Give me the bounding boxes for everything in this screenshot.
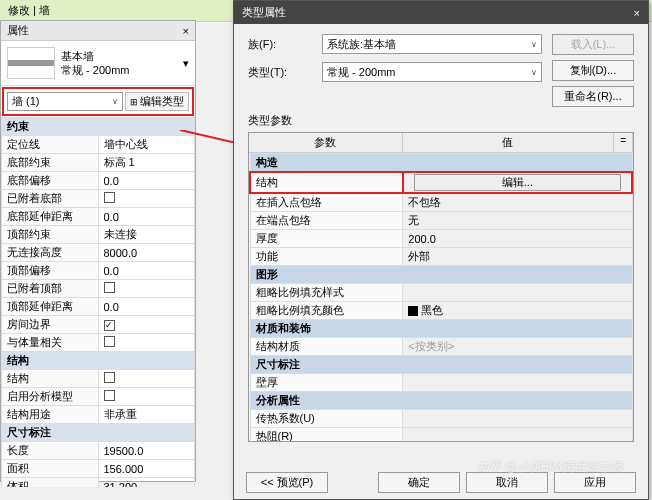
table-row: 粗略比例填充样式 <box>250 284 632 302</box>
table-row: 结构用途非承重 <box>2 406 195 424</box>
grid-scroll[interactable]: 构造 结构编辑... 在插入点包络不包络 在端点包络无 厚度200.0 功能外部… <box>249 153 633 441</box>
table-row: 在插入点包络不包络 <box>250 193 632 212</box>
table-row: 已附着底部 <box>2 190 195 208</box>
table-row: 结构 <box>2 370 195 388</box>
group-constraints[interactable]: 约束 <box>2 118 195 136</box>
family-value: 系统族:基本墙 <box>327 37 396 52</box>
cancel-button[interactable]: 取消 <box>466 472 548 493</box>
chevron-down-icon[interactable]: ▾ <box>183 57 189 70</box>
apply-button[interactable]: 应用 <box>554 472 636 493</box>
load-button: 载入(L)... <box>552 34 634 55</box>
table-row: 启用分析模型 <box>2 388 195 406</box>
close-icon[interactable]: × <box>634 7 640 19</box>
table-row: 热阻(R) <box>250 428 632 442</box>
edit-type-button[interactable]: ⊞ 编辑类型 <box>125 92 189 111</box>
instance-selector[interactable]: 墙 (1) ∨ <box>7 92 123 111</box>
type-selector[interactable]: 基本墙 常规 - 200mm ▾ <box>1 41 195 86</box>
table-row: 传热系数(U) <box>250 410 632 428</box>
table-row: 房间边界✓ <box>2 316 195 334</box>
duplicate-button[interactable]: 复制(D)... <box>552 60 634 81</box>
edit-type-icon: ⊞ <box>130 97 138 107</box>
table-row: 顶部约束未连接 <box>2 226 195 244</box>
rename-button[interactable]: 重命名(R)... <box>552 86 634 107</box>
type-label: 类型(T): <box>248 65 314 80</box>
close-icon[interactable]: × <box>183 25 189 37</box>
type-value: 常规 - 200mm <box>327 65 395 80</box>
type-name: 常规 - 200mm <box>61 63 129 77</box>
table-row: 已附着顶部 <box>2 280 195 298</box>
color-name: 黑色 <box>421 304 443 316</box>
checkbox[interactable] <box>104 192 115 203</box>
table-row: 与体量相关 <box>2 334 195 352</box>
table-row: 壁厚 <box>250 374 632 392</box>
checkbox-checked[interactable]: ✓ <box>104 320 115 331</box>
type-dropdown[interactable]: 常规 - 200mm ∨ <box>322 62 542 82</box>
group-analytical[interactable]: 分析属性 <box>250 392 632 410</box>
group-dimensions[interactable]: 尺寸标注 <box>2 424 195 442</box>
type-family: 基本墙 <box>61 49 129 63</box>
type-properties-dialog: 类型属性 × 族(F): 系统族:基本墙 ∨ 类型(T): 常规 - 200mm… <box>233 0 649 500</box>
table-row: 顶部偏移0.0 <box>2 262 195 280</box>
edit-type-label: 编辑类型 <box>140 94 184 109</box>
table-row: 顶部延伸距离0.0 <box>2 298 195 316</box>
ok-button[interactable]: 确定 <box>378 472 460 493</box>
properties-titlebar: 属性 × <box>1 21 195 41</box>
structure-row-highlight: 结构编辑... <box>250 172 632 193</box>
properties-grid[interactable]: 约束 定位线墙中心线 底部约束标高 1 底部偏移0.0 已附着底部 底部延伸距离… <box>1 117 195 487</box>
dialog-title: 类型属性 <box>242 5 286 20</box>
chevron-down-icon: ∨ <box>531 40 537 49</box>
group-construction[interactable]: 构造 <box>250 154 632 173</box>
type-params-grid: 参数 值 = 构造 结构编辑... 在插入点包络不包络 在端点包络无 厚度200… <box>248 132 634 442</box>
table-row: 底部约束标高 1 <box>2 154 195 172</box>
column-header-value[interactable]: 值 <box>403 133 615 152</box>
properties-title: 属性 <box>7 23 29 38</box>
checkbox[interactable] <box>104 282 115 293</box>
checkbox[interactable] <box>104 390 115 401</box>
type-thumbnail <box>7 47 55 79</box>
table-row: 底部延伸距离0.0 <box>2 208 195 226</box>
table-row: 体积31.200 <box>2 478 195 488</box>
table-row: 长度19500.0 <box>2 442 195 460</box>
color-swatch <box>408 306 418 316</box>
instance-label: 墙 (1) <box>12 94 40 109</box>
properties-panel: 属性 × 基本墙 常规 - 200mm ▾ 墙 (1) ∨ ⊞ 编辑类型 约束 … <box>0 20 196 482</box>
preview-button[interactable]: << 预览(P) <box>246 472 328 493</box>
dialog-titlebar[interactable]: 类型属性 × <box>234 1 648 24</box>
table-row: 厚度200.0 <box>250 230 632 248</box>
table-row: 无连接高度8000.0 <box>2 244 195 262</box>
group-graphics[interactable]: 图形 <box>250 266 632 284</box>
table-row: 在端点包络无 <box>250 212 632 230</box>
chevron-down-icon: ∨ <box>112 97 118 106</box>
table-row: 功能外部 <box>250 248 632 266</box>
instance-row-highlight: 墙 (1) ∨ ⊞ 编辑类型 <box>2 87 194 116</box>
table-row: 结构材质<按类别> <box>250 338 632 356</box>
family-dropdown[interactable]: 系统族:基本墙 ∨ <box>322 34 542 54</box>
type-info: 基本墙 常规 - 200mm <box>61 49 129 78</box>
dialog-footer: << 预览(P) 确定 取消 应用 <box>234 472 648 493</box>
checkbox[interactable] <box>104 372 115 383</box>
table-row: 底部偏移0.0 <box>2 172 195 190</box>
column-header-equals[interactable]: = <box>614 133 633 152</box>
family-label: 族(F): <box>248 37 314 52</box>
type-params-label: 类型参数 <box>248 113 634 128</box>
checkbox[interactable] <box>104 336 115 347</box>
column-header-param[interactable]: 参数 <box>249 133 403 152</box>
group-structure[interactable]: 结构 <box>2 352 195 370</box>
table-row: 面积156.000 <box>2 460 195 478</box>
group-dimensions[interactable]: 尺寸标注 <box>250 356 632 374</box>
group-materials[interactable]: 材质和装饰 <box>250 320 632 338</box>
chevron-down-icon: ∨ <box>531 68 537 77</box>
edit-structure-button[interactable]: 编辑... <box>414 174 620 191</box>
table-row: 粗略比例填充颜色黑色 <box>250 302 632 320</box>
table-row: 定位线墙中心线 <box>2 136 195 154</box>
